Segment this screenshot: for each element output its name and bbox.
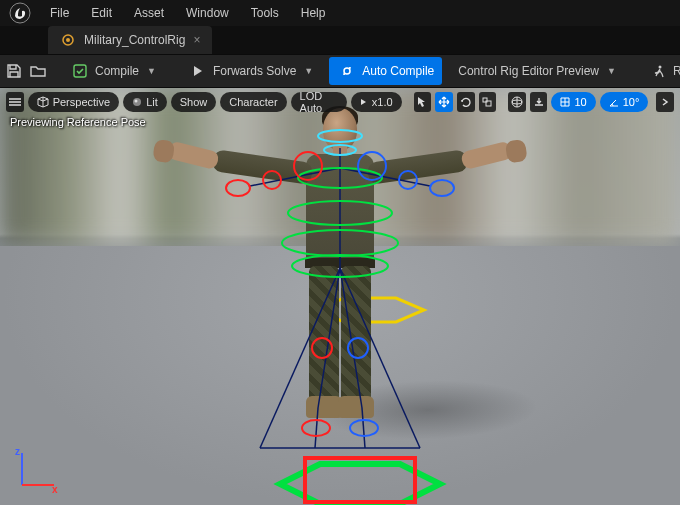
play-icon — [360, 98, 368, 106]
perspective-dropdown[interactable]: Perspective — [28, 92, 119, 112]
grid-snap-toggle[interactable]: 10 — [551, 92, 595, 112]
release-mode-label: ReleaseMode — [673, 64, 680, 78]
release-mode-button[interactable]: ReleaseMode — [640, 57, 680, 85]
main-toolbar: Compile ▼ Forwards Solve ▼ Auto Compile … — [0, 54, 680, 88]
cube-icon — [37, 96, 49, 108]
auto-compile-button[interactable]: Auto Compile — [329, 57, 442, 85]
control-rig-icon — [58, 30, 78, 50]
play-icon — [188, 61, 208, 81]
document-tabs: Military_ControlRig × — [0, 26, 680, 54]
3d-viewport[interactable] — [0, 88, 680, 505]
axis-x-label: x — [52, 484, 58, 495]
svg-point-0 — [10, 3, 30, 23]
menu-help[interactable]: Help — [291, 2, 336, 24]
sphere-icon — [132, 97, 142, 107]
svg-point-32 — [302, 420, 330, 436]
menu-asset[interactable]: Asset — [124, 2, 174, 24]
grid-snap-value: 10 — [574, 96, 586, 108]
svg-point-33 — [350, 420, 378, 436]
compile-button[interactable]: Compile ▼ — [62, 57, 164, 85]
chevron-down-icon: ▼ — [147, 66, 156, 76]
svg-point-44 — [440, 186, 445, 191]
svg-point-29 — [430, 180, 454, 196]
auto-compile-icon — [337, 61, 357, 81]
compile-icon — [70, 61, 90, 81]
menu-edit[interactable]: Edit — [81, 2, 122, 24]
chevron-down-icon: ▼ — [607, 66, 616, 76]
svg-point-53 — [135, 100, 138, 103]
menu-window[interactable]: Window — [176, 2, 239, 24]
perspective-label: Perspective — [53, 96, 110, 108]
browse-icon[interactable] — [30, 60, 46, 82]
character-dropdown[interactable]: Character — [220, 92, 286, 112]
viewport-toolbar: Perspective Lit Show Character LOD Auto … — [6, 92, 674, 112]
rotate-tool-icon[interactable] — [457, 92, 475, 112]
svg-point-28 — [226, 180, 250, 196]
angle-icon — [609, 97, 619, 107]
playback-speed[interactable]: x1.0 — [351, 92, 402, 112]
main-menubar: File Edit Asset Window Tools Help — [0, 0, 680, 26]
lit-dropdown[interactable]: Lit — [123, 92, 167, 112]
runner-icon — [648, 61, 668, 81]
viewport-options-icon[interactable] — [6, 92, 24, 112]
expand-toolbar-icon[interactable] — [656, 92, 674, 112]
tab-close-icon[interactable]: × — [191, 33, 202, 47]
compile-label: Compile — [95, 64, 139, 78]
forwards-solve-label: Forwards Solve — [213, 64, 296, 78]
coord-space-icon[interactable] — [508, 92, 526, 112]
axis-z-label: z — [15, 446, 20, 457]
tab-title: Military_ControlRig — [84, 33, 185, 47]
menu-tools[interactable]: Tools — [241, 2, 289, 24]
svg-point-43 — [236, 186, 241, 191]
angle-snap-toggle[interactable]: 10° — [600, 92, 649, 112]
svg-point-47 — [314, 426, 319, 431]
chevron-down-icon: ▼ — [304, 66, 313, 76]
save-icon[interactable] — [6, 60, 22, 82]
svg-point-4 — [658, 66, 661, 69]
surface-snap-icon[interactable] — [530, 92, 548, 112]
menu-file[interactable]: File — [40, 2, 79, 24]
viewport-status-text: Previewing Reference Pose — [10, 116, 146, 128]
angle-snap-value: 10° — [623, 96, 640, 108]
select-tool-icon[interactable] — [414, 92, 432, 112]
tab-control-rig[interactable]: Military_ControlRig × — [48, 26, 212, 54]
lod-dropdown[interactable]: LOD Auto — [291, 92, 347, 112]
lit-label: Lit — [146, 96, 158, 108]
unreal-logo-icon — [8, 1, 32, 25]
auto-compile-label: Auto Compile — [362, 64, 434, 78]
scale-tool-icon[interactable] — [479, 92, 497, 112]
svg-point-48 — [362, 426, 367, 431]
preview-mode-label: Control Rig Editor Preview — [458, 64, 599, 78]
character-mesh — [200, 108, 480, 468]
translate-tool-icon[interactable] — [435, 92, 453, 112]
preview-mode-dropdown[interactable]: Control Rig Editor Preview ▼ — [450, 60, 624, 82]
speed-label: x1.0 — [372, 96, 393, 108]
svg-point-2 — [66, 38, 70, 42]
forwards-solve-button[interactable]: Forwards Solve ▼ — [180, 57, 321, 85]
axis-gizmo[interactable]: z x — [12, 445, 62, 495]
grid-icon — [560, 97, 570, 107]
show-dropdown[interactable]: Show — [171, 92, 217, 112]
